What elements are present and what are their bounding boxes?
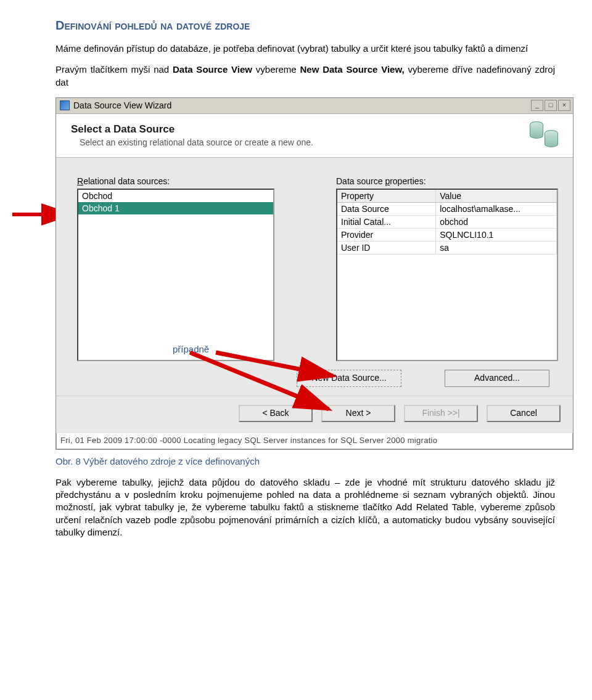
cell: sa	[436, 242, 557, 254]
annotation-text: případně	[173, 344, 209, 354]
app-icon	[60, 100, 70, 110]
titlebar: Data Source View Wizard _ □ ×	[56, 98, 573, 114]
maximize-button[interactable]: □	[545, 100, 557, 111]
properties-grid: Property Value Data Source localhost\ama…	[336, 189, 558, 361]
data-sources-label: Relational data sources:	[77, 176, 299, 186]
screenshot-wrapper: Data Source View Wizard _ □ × Select a D…	[31, 97, 561, 450]
cell: localhost\amalkase...	[436, 203, 557, 215]
list-item-selected[interactable]: Obchod 1	[78, 202, 273, 214]
col-header: Property	[337, 190, 436, 202]
text-bold: Data Source View	[173, 64, 252, 75]
text-bold: New Data Source View,	[300, 64, 404, 75]
intro-paragraph-1: Máme definován přístup do databáze, je p…	[56, 43, 555, 55]
log-strip: Fri, 01 Feb 2009 17:00:00 -0000 Locating…	[56, 433, 573, 449]
prop-header: Property Value	[337, 190, 557, 203]
wizard-header: Select a Data Source Select an existing …	[56, 114, 573, 158]
window-title: Data Source View Wizard	[73, 100, 171, 110]
col-header: Value	[436, 190, 557, 202]
prop-row: Data Source localhost\amalkase...	[337, 203, 557, 216]
wizard-header-art	[526, 120, 563, 151]
cell: Data Source	[337, 203, 436, 215]
new-data-source-button[interactable]: New Data Source...	[297, 370, 401, 387]
close-button[interactable]: ×	[558, 100, 570, 111]
prop-row: User ID sa	[337, 242, 557, 254]
prop-row: Initial Catal... obchod	[337, 216, 557, 229]
properties-label: Data source properties:	[336, 176, 558, 186]
text: Pravým tlačítkem myši nad	[56, 64, 173, 75]
list-item[interactable]: Obchod	[78, 190, 273, 202]
figure-caption: Obr. 8 Výběr datového zdroje z více defi…	[56, 456, 555, 466]
cancel-button[interactable]: Cancel	[487, 405, 561, 422]
text: vybereme	[252, 64, 300, 75]
wizard-body: Relational data sources: Obchod Obchod 1…	[56, 158, 573, 396]
wizard-window: Data Source View Wizard _ □ × Select a D…	[56, 97, 574, 450]
cell: Provider	[337, 229, 436, 241]
wizard-step-title: Select a Data Source	[71, 123, 526, 136]
cell: Initial Catal...	[337, 216, 436, 228]
wizard-step-subtitle: Select an existing relational data sourc…	[80, 137, 526, 147]
advanced-button[interactable]: Advanced...	[445, 370, 549, 387]
cell: User ID	[337, 242, 436, 254]
data-sources-listbox[interactable]: Obchod Obchod 1	[77, 189, 274, 361]
page-title: Definování pohledů na datové zdroje	[56, 18, 555, 33]
finish-button: Finish >>|	[404, 405, 478, 422]
cell: SQLNCLI10.1	[436, 229, 557, 241]
back-button[interactable]: < Back	[239, 405, 313, 422]
prop-row: Provider SQLNCLI10.1	[337, 229, 557, 242]
closing-paragraph: Pak vybereme tabulky, jejichž data půjdo…	[56, 476, 555, 539]
intro-paragraph-2: Pravým tlačítkem myši nad Data Source Vi…	[56, 63, 555, 89]
wizard-nav: < Back Next > Finish >>| Cancel	[56, 396, 573, 433]
cell: obchod	[436, 216, 557, 228]
next-button[interactable]: Next >	[321, 405, 395, 422]
minimize-button[interactable]: _	[531, 100, 543, 111]
